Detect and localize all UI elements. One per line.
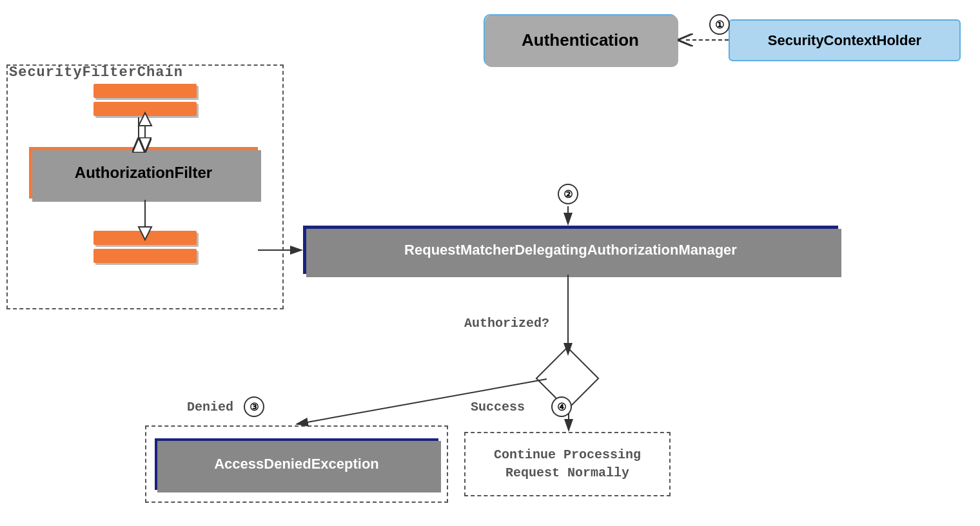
- continue-processing-box: Continue ProcessingRequest Normally: [464, 432, 671, 496]
- security-context-holder-label: SecurityContextHolder: [768, 32, 921, 49]
- diagram-container: SecurityFilterChain AuthorizationFilter …: [0, 0, 980, 526]
- authorization-filter-box: AuthorizationFilter: [29, 147, 258, 199]
- filter-bar-2: [93, 102, 197, 116]
- badge-1: ①: [709, 14, 730, 35]
- authentication-label: Authentication: [522, 30, 639, 50]
- request-matcher-box: RequestMatcherDelegatingAuthorizationMan…: [303, 226, 838, 274]
- filter-bar-1: [93, 84, 197, 98]
- filter-bar-4: [93, 249, 197, 263]
- badge-3: ③: [244, 396, 264, 417]
- security-filter-chain-label: SecurityFilterChain: [9, 64, 183, 81]
- success-label: Success: [471, 400, 525, 414]
- badge-4: ④: [551, 396, 572, 417]
- filter-stack-bottom: [93, 231, 197, 263]
- authorized-label: Authorized?: [464, 316, 549, 331]
- authorization-filter-label: AuthorizationFilter: [75, 164, 212, 182]
- security-context-holder-box: SecurityContextHolder: [729, 19, 961, 61]
- authentication-box: Authentication: [484, 14, 677, 66]
- denied-label: Denied: [187, 400, 233, 414]
- access-denied-box: AccessDeniedException: [155, 438, 438, 490]
- filter-stack-top: [93, 84, 197, 116]
- access-denied-label: AccessDeniedException: [214, 456, 379, 472]
- badge-2: ②: [558, 184, 578, 204]
- request-matcher-label: RequestMatcherDelegatingAuthorizationMan…: [404, 242, 737, 258]
- continue-processing-label: Continue ProcessingRequest Normally: [494, 446, 641, 482]
- filter-bar-3: [93, 231, 197, 245]
